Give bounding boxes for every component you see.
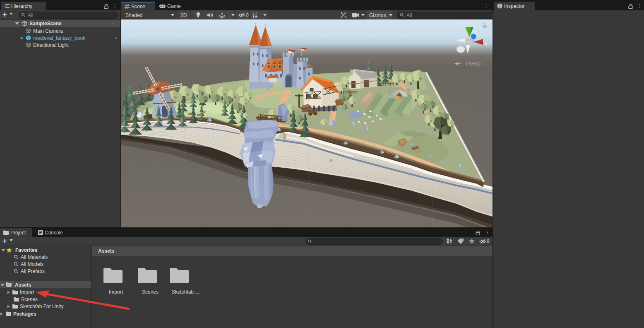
svg-text:y: y — [468, 21, 471, 26]
svg-text:Persp: Persp — [466, 60, 481, 67]
svg-text:z: z — [474, 30, 476, 35]
svg-text:x: x — [485, 41, 488, 46]
